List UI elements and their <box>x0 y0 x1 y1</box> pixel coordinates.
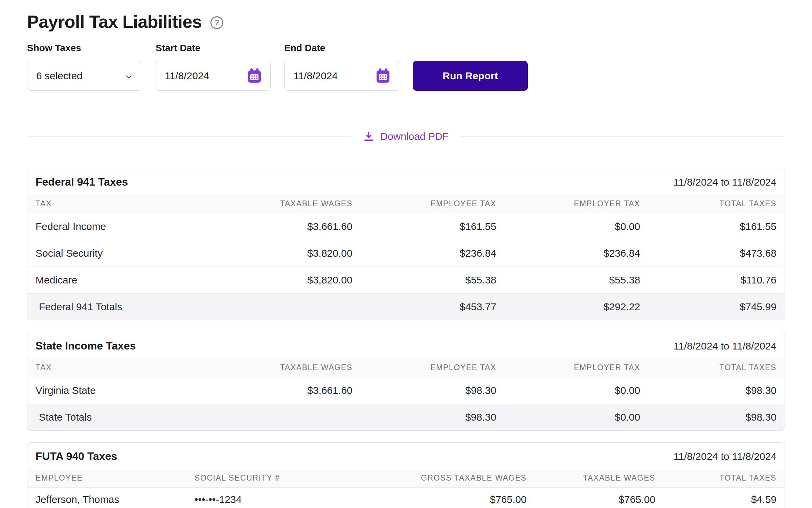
column-header: Total Taxes <box>648 194 785 213</box>
column-header: Taxable Wages <box>209 194 361 213</box>
table-cell: Virginia State <box>27 377 209 404</box>
table-cell: Medicare <box>27 267 209 294</box>
table-row: Medicare$3,820.00$55.38$55.38$110.76 <box>27 267 785 294</box>
column-header: Taxable Wages <box>209 358 361 377</box>
download-pdf-label: Download PDF <box>380 131 449 142</box>
table-cell: $0.00 <box>504 404 648 431</box>
table-cell <box>209 294 361 320</box>
column-header: Taxable Wages <box>535 469 663 488</box>
column-header: Gross Taxable Wages <box>338 469 535 488</box>
column-header: Employer Tax <box>504 358 648 377</box>
table-cell: $55.38 <box>504 267 648 294</box>
section-date-range: 11/8/2024 to 11/8/2024 <box>674 340 776 352</box>
table-cell: Federal Income <box>27 213 209 240</box>
page-title: Payroll Tax Liabilities <box>27 12 202 32</box>
show-taxes-label: Show Taxes <box>27 43 142 54</box>
report-card: Federal 941 Taxes 11/8/2024 to 11/8/2024… <box>27 168 785 320</box>
show-taxes-group: Show Taxes 6 selected <box>27 43 142 91</box>
show-taxes-value: 6 selected <box>36 70 83 82</box>
section-date-range: 11/8/2024 to 11/8/2024 <box>674 176 776 188</box>
run-report-button[interactable]: Run Report <box>413 61 528 91</box>
table-cell: Federal 941 Totals <box>27 294 209 320</box>
help-icon[interactable]: ? <box>210 16 223 29</box>
end-date-group: End Date 11/8/2024 <box>284 43 399 91</box>
end-date-input[interactable]: 11/8/2024 <box>284 61 399 91</box>
download-icon <box>363 131 374 142</box>
page-header: Payroll Tax Liabilities ? <box>27 12 785 32</box>
table-cell: •••-••-1234 <box>186 488 338 508</box>
totals-row: State Totals$98.30$0.00$98.30 <box>27 404 785 431</box>
table-header-row: TaxTaxable WagesEmployee TaxEmployer Tax… <box>27 194 785 213</box>
table-cell: $3,820.00 <box>209 267 361 294</box>
report-card: FUTA 940 Taxes 11/8/2024 to 11/8/2024 Em… <box>27 442 785 508</box>
table-cell: $0.00 <box>504 213 648 240</box>
table-cell: $55.38 <box>361 267 504 294</box>
column-header: Employer Tax <box>504 194 648 213</box>
report-table: TaxTaxable WagesEmployee TaxEmployer Tax… <box>27 194 785 320</box>
table-row: Federal Income$3,661.60$161.55$0.00$161.… <box>27 213 785 240</box>
column-header: Employee Tax <box>361 194 504 213</box>
table-cell: $473.68 <box>648 240 785 267</box>
report-table: EmployeeSocial Security #Gross Taxable W… <box>27 469 785 508</box>
section-date-range: 11/8/2024 to 11/8/2024 <box>674 451 776 462</box>
report-table: TaxTaxable WagesEmployee TaxEmployer Tax… <box>27 358 785 430</box>
column-header: Total Taxes <box>663 469 785 488</box>
column-header: Employee Tax <box>361 358 504 377</box>
table-cell: $765.00 <box>535 488 663 508</box>
table-cell: $98.30 <box>361 377 504 404</box>
column-header: Tax <box>27 194 209 213</box>
table-cell: $161.55 <box>648 213 785 240</box>
table-cell: $3,661.60 <box>209 377 361 404</box>
start-date-label: Start Date <box>156 43 271 54</box>
card-head: Federal 941 Taxes 11/8/2024 to 11/8/2024 <box>27 168 785 194</box>
table-cell: Social Security <box>27 240 209 267</box>
table-cell: $236.84 <box>361 240 504 267</box>
table-header-row: TaxTaxable WagesEmployee TaxEmployer Tax… <box>27 358 785 377</box>
report-sections: Federal 941 Taxes 11/8/2024 to 11/8/2024… <box>27 168 785 508</box>
download-divider: Download PDF <box>27 131 785 142</box>
calendar-icon[interactable] <box>376 68 390 83</box>
table-cell: $745.99 <box>648 294 785 320</box>
table-header-row: EmployeeSocial Security #Gross Taxable W… <box>27 469 785 488</box>
totals-row: Federal 941 Totals$453.77$292.22$745.99 <box>27 294 785 320</box>
column-header: Employee <box>27 469 186 488</box>
chevron-down-icon <box>125 72 133 80</box>
table-cell: $292.22 <box>504 294 648 320</box>
table-row: Virginia State$3,661.60$98.30$0.00$98.30 <box>27 377 785 404</box>
filter-bar: Show Taxes 6 selected Start Date 11/8/20… <box>27 43 785 91</box>
table-row: Jefferson, Thomas•••-••-1234$765.00$765.… <box>27 488 785 508</box>
card-head: State Income Taxes 11/8/2024 to 11/8/202… <box>27 332 785 358</box>
table-cell: $4.59 <box>663 488 785 508</box>
table-cell: $0.00 <box>504 377 648 404</box>
table-cell: $110.76 <box>648 267 785 294</box>
table-cell: $3,661.60 <box>209 213 361 240</box>
section-title: FUTA 940 Taxes <box>36 450 117 463</box>
column-header: Total Taxes <box>648 358 785 377</box>
column-header: Tax <box>27 358 209 377</box>
table-cell: $98.30 <box>648 377 785 404</box>
table-cell: $3,820.00 <box>209 240 361 267</box>
table-row: Social Security$3,820.00$236.84$236.84$4… <box>27 240 785 267</box>
section-title: Federal 941 Taxes <box>36 176 128 188</box>
end-date-value: 11/8/2024 <box>293 70 338 82</box>
table-cell: $765.00 <box>338 488 535 508</box>
start-date-value: 11/8/2024 <box>165 70 209 82</box>
calendar-icon[interactable] <box>247 68 262 83</box>
report-card: State Income Taxes 11/8/2024 to 11/8/202… <box>27 332 785 431</box>
column-header: Social Security # <box>186 469 338 488</box>
table-cell: State Totals <box>27 404 209 431</box>
table-cell: $236.84 <box>504 240 648 267</box>
show-taxes-dropdown[interactable]: 6 selected <box>27 61 142 91</box>
end-date-label: End Date <box>284 43 399 54</box>
table-cell: $98.30 <box>648 404 785 431</box>
section-title: State Income Taxes <box>36 340 136 352</box>
table-cell <box>209 404 361 431</box>
table-cell: $453.77 <box>361 294 504 320</box>
table-cell: $161.55 <box>361 213 504 240</box>
start-date-input[interactable]: 11/8/2024 <box>156 61 271 91</box>
card-head: FUTA 940 Taxes 11/8/2024 to 11/8/2024 <box>27 443 785 469</box>
start-date-group: Start Date 11/8/2024 <box>156 43 271 91</box>
table-cell: Jefferson, Thomas <box>27 488 186 508</box>
table-cell: $98.30 <box>361 404 504 431</box>
download-pdf-link[interactable]: Download PDF <box>351 131 461 142</box>
